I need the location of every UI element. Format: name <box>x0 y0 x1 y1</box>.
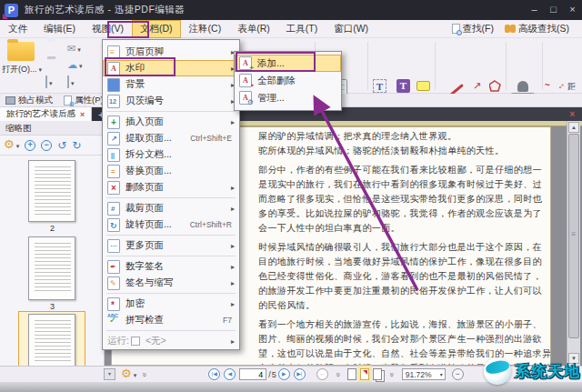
menu-file[interactable]: 文件 <box>0 20 35 38</box>
zoom-level-combo[interactable]: 91.72% <box>402 368 446 380</box>
menu-tools[interactable]: 工具(T) <box>278 20 326 38</box>
menu-item-delete-pages[interactable]: 删除页面 <box>103 179 239 196</box>
text-line: 色已经变得世俗化、商业化，游客看到的也不是最初的风俗民情了， <box>258 269 551 284</box>
properties-icon <box>64 95 72 106</box>
maximize-button[interactable]: □ <box>544 3 563 17</box>
run-checkbox-icon <box>131 337 140 346</box>
text-line: 驼所体现的异域风情；骆驼的恬淡韧毅和朴拙单纯的天性。 <box>258 144 551 158</box>
thumbnail-toolbar: ⚙ + − ↺ ↻ <box>0 136 104 156</box>
menu-item-sign-initials[interactable]: 签名与缩写 <box>103 275 239 291</box>
thumbnail-zoom-in-icon[interactable]: + <box>25 140 35 151</box>
next-page-button[interactable]: ▶ <box>278 368 290 380</box>
submenu-item-manage-watermarks[interactable]: ⚙管理... <box>235 89 341 106</box>
cloud-icon[interactable]: ☁ <box>67 59 83 71</box>
menu-item-spell-check[interactable]: 拼写检查F7 <box>103 312 239 328</box>
highlight-text-icon[interactable]: T <box>396 79 410 93</box>
polygon-shape-icon[interactable] <box>489 80 501 92</box>
menu-item-replace-pages[interactable]: 替换页面... <box>103 163 239 179</box>
menu-item-bates-numbering[interactable]: 贝茨编号 <box>103 93 239 109</box>
zoom-out-button[interactable]: − <box>452 368 464 380</box>
tab-close-icon[interactable]: × <box>80 110 85 119</box>
pencil-annot-icon[interactable]: ~ <box>545 80 550 90</box>
new-page-icon[interactable] <box>67 76 75 87</box>
menu-document[interactable]: 文档(D) <box>132 20 181 38</box>
thumbnail-options-gear-icon[interactable]: ⚙ <box>4 138 19 152</box>
page-thumbnail-4[interactable] <box>28 314 75 370</box>
brand-name: 系统天地 <box>515 361 580 382</box>
single-page-view-icon[interactable] <box>347 368 356 380</box>
rotate-right-icon[interactable]: ↻ <box>72 140 81 151</box>
status-expand-icon[interactable]: » <box>140 372 149 377</box>
menu-item-background[interactable]: 背景 <box>103 76 239 93</box>
digital-signature-icon <box>107 260 120 274</box>
menu-item-watermark[interactable]: 水印 <box>103 60 239 76</box>
status-gear-icon[interactable]: ⚙ <box>121 367 136 381</box>
menu-item-extract-pages[interactable]: 提取页面...Ctrl+Shift+E <box>103 130 239 146</box>
last-page-button[interactable]: ▶| <box>294 368 306 380</box>
scroll-up-icon[interactable]: ▲ <box>568 122 579 133</box>
exclusive-mode-button[interactable]: 独占模式 <box>0 94 58 106</box>
advanced-find-icon <box>505 25 516 33</box>
find-button[interactable]: 查找(F) <box>448 21 497 37</box>
title-bar: P 旅行的艺术读后感 - 迅捷PDF编辑器 – □ × <box>0 0 582 20</box>
page-number-input[interactable] <box>239 368 266 380</box>
thumbnail-zoom-out-icon[interactable]: − <box>41 140 52 151</box>
advanced-find-button[interactable]: 高级查找(S) <box>501 21 573 37</box>
window-title: 旅行的艺术读后感 - 迅捷PDF编辑器 <box>25 4 185 16</box>
minimize-button[interactable]: – <box>525 3 544 17</box>
document-tab-title: 旅行的艺术读后感 <box>6 108 75 120</box>
two-page-view-icon[interactable] <box>373 368 382 380</box>
text-line: 时候异域风情的确很吸引人，我们旅行大部分也是出于这个原因，在 <box>258 240 551 255</box>
menu-edit[interactable]: 编辑(E) <box>35 20 84 38</box>
close-button[interactable]: × <box>563 3 582 17</box>
menu-item-encrypt[interactable]: 加密 <box>103 296 239 312</box>
close-document-icon[interactable]: × <box>562 107 582 121</box>
open-file-icon[interactable] <box>7 42 35 61</box>
replace-pages-icon <box>107 165 120 178</box>
menu-item-insert-pages[interactable]: 插入页面 <box>103 114 239 130</box>
header-footer-icon <box>107 45 120 59</box>
submenu-item-add-watermark[interactable]: +添加... <box>235 55 341 72</box>
previous-view-button[interactable]: ← <box>316 368 328 380</box>
menu-window[interactable]: 窗口(W) <box>326 20 376 38</box>
page-thumbnail-3-label: 3 <box>0 302 105 311</box>
menu-item-run[interactable]: 运行:<无> <box>103 333 239 349</box>
menu-view[interactable]: 视图(V) <box>84 20 132 38</box>
text-line: 目的地旅行时候，当地要做好异域风情的保护工作，像现在很多目的 <box>258 255 551 269</box>
menu-item-split-document[interactable]: 拆分文档... <box>103 146 239 163</box>
first-page-button[interactable]: |◀ <box>208 368 220 380</box>
snapshot-icon[interactable] <box>45 76 53 87</box>
document-tab[interactable]: 旅行的艺术读后感 × <box>0 107 92 121</box>
background-icon <box>107 78 120 92</box>
panel-splitter-handle[interactable]: ▾ <box>104 368 115 380</box>
layout-expand-icon[interactable]: » <box>386 372 396 377</box>
menu-form[interactable]: 表单(R) <box>229 20 278 38</box>
distance-icon[interactable]: ↔ <box>554 78 567 92</box>
arrow-shape-icon[interactable]: ↗ <box>473 80 481 92</box>
menu-item-rotate-pages[interactable]: 旋转页面...Ctrl+Shift+R <box>103 216 239 233</box>
page-thumbnail-2[interactable] <box>28 160 75 222</box>
select-text-icon[interactable]: T <box>373 79 386 93</box>
open-button[interactable]: 打开(O)... <box>2 64 42 75</box>
menu-item-crop-pages[interactable]: 裁剪页面 <box>103 200 239 216</box>
page-thumbnail-2-label: 2 <box>0 224 105 233</box>
menu-item-header-footer[interactable]: 页眉页脚 <box>103 44 239 60</box>
scrollbar-thumb[interactable] <box>568 134 579 338</box>
email-icon[interactable]: ✉ <box>67 43 81 55</box>
find-label: 查找(F) <box>463 23 494 35</box>
menu-comment[interactable]: 注释(C) <box>181 20 230 38</box>
pdf-editor-window: P 旅行的艺术读后感 - 迅捷PDF编辑器 – □ × 文件 编辑(E) 视图(… <box>0 0 582 392</box>
submenu-item-delete-all-watermarks[interactable]: ▪全部删除 <box>235 72 341 89</box>
view-expand-icon[interactable]: » <box>333 372 342 377</box>
note-comment-icon[interactable] <box>416 81 430 91</box>
insert-pages-icon <box>107 116 120 129</box>
page-thumbnail-3[interactable] <box>28 236 75 300</box>
menu-item-more-pages[interactable]: 更多页面 <box>103 237 239 254</box>
encrypt-icon <box>107 297 120 311</box>
rotate-left-icon[interactable]: ↺ <box>57 140 66 151</box>
vertical-scrollbar[interactable]: ▲ ▼ <box>567 121 580 366</box>
text-line: 是现实中的旅行，我们在旅行中看到的很多现象有时候过于美好、过 <box>258 177 551 192</box>
menu-item-digital-signature[interactable]: 数字签名 <box>103 258 239 275</box>
fit-page-view-icon[interactable] <box>360 368 369 380</box>
previous-page-button[interactable]: ◀ <box>224 368 236 380</box>
